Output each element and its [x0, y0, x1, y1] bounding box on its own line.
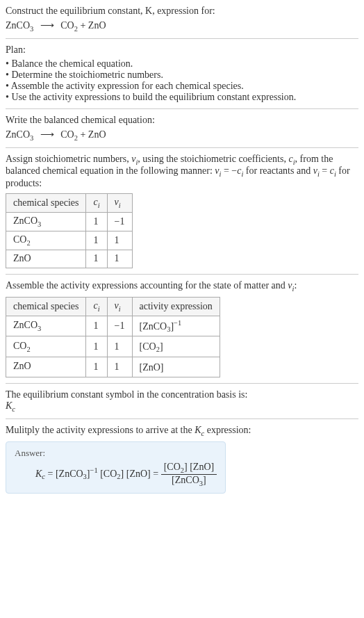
table-row: CO2 1 1 [CO2]	[6, 336, 220, 357]
th-species: chemical species	[6, 194, 86, 213]
plan-item: Determine the stoichiometric numbers.	[6, 70, 358, 81]
txt: expression:	[204, 425, 251, 435]
cell-activity: [CO2]	[132, 336, 220, 357]
plan-section: Plan: Balance the chemical equation. Det…	[6, 44, 358, 103]
n2p: ]	[211, 462, 215, 472]
plan-item: Use the activity expressions to build th…	[6, 92, 358, 103]
txt: Assign stoichiometric numbers,	[6, 154, 131, 164]
c-sub: i	[98, 202, 100, 209]
sp: CO	[13, 234, 26, 245]
kc-symbol-section: The equilibrium constant symbol in the c…	[6, 389, 358, 413]
page-title: Construct the equilibrium constant, K, e…	[6, 6, 358, 17]
t1-sup: −1	[90, 466, 98, 474]
sp: ZnO	[13, 253, 31, 263]
divider	[6, 418, 358, 419]
kc: K	[35, 468, 42, 478]
plus-sign: +	[78, 129, 88, 140]
th-c: ci	[86, 194, 107, 213]
assemble-text: Assemble the activity expressions accoun…	[6, 280, 358, 293]
txt: Mulitply the activity expressions to arr…	[6, 425, 195, 435]
act-sup: −1	[174, 319, 181, 327]
eq-rhs2: ZnO	[88, 20, 106, 31]
cell-nu: 1	[107, 357, 132, 377]
t1: [ZnCO	[56, 468, 83, 478]
fraction: [CO2] [ZnO][ZnCO3]	[161, 462, 217, 487]
balanced-equation: ZnCO3 ⟶ CO2 + ZnO	[6, 129, 358, 142]
act: [ZnCO	[140, 321, 167, 332]
cell-c: 1	[86, 212, 107, 231]
sp: CO	[13, 341, 26, 351]
eq: =	[151, 468, 161, 478]
activity-section: Assemble the activity expressions accoun…	[6, 280, 358, 377]
txt: :	[294, 280, 297, 291]
table-row: CO2 1 1	[6, 231, 133, 250]
th-c: ci	[86, 298, 107, 316]
arrow-icon: ⟶	[36, 129, 58, 140]
table-row: ZnO 1 1 [ZnO]	[6, 357, 220, 377]
plan-item: Assemble the activity expression for eac…	[6, 81, 358, 92]
plus-sign: +	[78, 20, 88, 31]
cell-species: ZnCO3	[6, 316, 86, 336]
header-equation: ZnCO3 ⟶ CO2 + ZnO	[6, 19, 358, 33]
divider	[6, 147, 358, 148]
th-nu: νi	[107, 194, 132, 213]
title-text: Construct the equilibrium constant, K, e…	[6, 6, 215, 16]
divider	[6, 274, 358, 275]
sp-sub: 3	[38, 325, 41, 332]
txt: for reactants and	[243, 165, 313, 176]
eq-lhs-sub: 3	[30, 25, 33, 33]
eq-rhs1: CO	[60, 20, 74, 31]
th-species: chemical species	[6, 298, 86, 316]
numerator: [CO2] [ZnO]	[161, 462, 217, 475]
beq-rhs1: CO	[60, 129, 74, 140]
sp-sub: 2	[26, 239, 30, 247]
beq-lhs: ZnCO	[6, 129, 30, 140]
table-row: ZnO 1 1	[6, 250, 133, 268]
denominator: [ZnCO3]	[161, 475, 217, 487]
kc: K	[195, 425, 201, 435]
sp: ZnCO	[13, 320, 38, 330]
txt: =	[320, 165, 330, 176]
stoich-text: Assign stoichiometric numbers, νi, using…	[6, 154, 358, 190]
kc-symbol: Kc	[6, 400, 358, 413]
act: [CO	[140, 341, 156, 352]
arrow-icon: ⟶	[36, 20, 58, 31]
stoich-table: chemical species ci νi ZnCO3 1 −1 CO2 1 …	[6, 193, 133, 268]
header-section: Construct the equilibrium constant, K, e…	[6, 6, 358, 33]
kc-text: The equilibrium constant symbol in the c…	[6, 389, 358, 400]
d1p: ]	[203, 475, 206, 485]
balanced-label: Write the balanced chemical equation:	[6, 115, 358, 126]
answer-label: Answer:	[15, 448, 217, 459]
cell-species: ZnCO3	[6, 212, 86, 231]
act: ]	[160, 341, 163, 352]
sp: ZnO	[13, 361, 31, 371]
plan-item: Balance the chemical equation.	[6, 58, 358, 70]
d1: [ZnCO	[172, 475, 199, 485]
cell-c: 1	[86, 250, 107, 268]
cell-species: ZnO	[6, 357, 86, 377]
cell-c: 1	[86, 231, 107, 250]
cell-species: CO2	[6, 336, 86, 357]
nu-sub: i	[119, 305, 121, 313]
cell-nu: 1	[107, 336, 132, 357]
plan-list: Balance the chemical equation. Determine…	[6, 58, 358, 103]
cell-nu: −1	[107, 316, 132, 336]
txt: Assemble the activity expressions accoun…	[6, 280, 288, 291]
c-sub: i	[98, 305, 100, 313]
table-header-row: chemical species ci νi	[6, 194, 133, 213]
th-activity: activity expression	[132, 298, 220, 316]
n2: [ZnO	[188, 462, 211, 472]
divider	[6, 383, 358, 384]
cell-c: 1	[86, 336, 107, 357]
cell-c: 1	[86, 316, 107, 336]
cell-species: CO2	[6, 231, 86, 250]
txt: = −	[221, 165, 237, 176]
cell-activity: [ZnO]	[132, 357, 220, 377]
cell-nu: 1	[107, 250, 132, 268]
cell-nu: −1	[107, 212, 132, 231]
cell-c: 1	[86, 357, 107, 377]
activity-table: chemical species ci νi activity expressi…	[6, 297, 220, 377]
eq-lhs: ZnCO	[6, 20, 30, 31]
table-header-row: chemical species ci νi activity expressi…	[6, 298, 220, 316]
act: ]	[160, 362, 164, 373]
